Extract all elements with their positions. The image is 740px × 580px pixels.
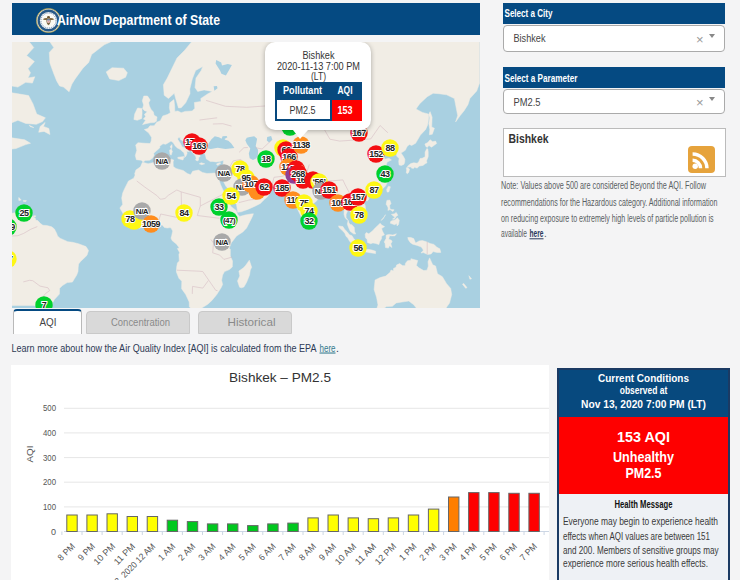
svg-text:recommendations for the Hazard: recommendations for the Hazardous catego… xyxy=(501,197,718,208)
svg-text:300: 300 xyxy=(43,453,56,463)
svg-text:AQI: AQI xyxy=(25,446,35,463)
svg-text:152: 152 xyxy=(369,149,383,159)
svg-text:100: 100 xyxy=(43,502,56,512)
svg-text:8 PM: 8 PM xyxy=(56,541,77,562)
svg-text:available: available xyxy=(501,228,527,239)
svg-text:11 AM: 11 AM xyxy=(353,541,378,566)
svg-text:32: 32 xyxy=(304,216,314,226)
svg-text:1138: 1138 xyxy=(292,140,310,150)
svg-text:2 PM: 2 PM xyxy=(417,541,438,562)
svg-text:78: 78 xyxy=(354,210,364,220)
svg-text:163: 163 xyxy=(192,141,206,151)
svg-text:3 AM: 3 AM xyxy=(196,541,217,562)
svg-text:on reducing exposure to extrem: on reducing exposure to extremely high l… xyxy=(501,213,714,224)
svg-text:95: 95 xyxy=(241,173,251,183)
svg-text:Learn more about how the Air Q: Learn more about how the Air Quality Ind… xyxy=(12,342,317,354)
svg-text:0: 0 xyxy=(51,527,56,537)
svg-text:(47): (47) xyxy=(223,216,236,225)
svg-text:.: . xyxy=(544,228,547,239)
svg-text:200: 200 xyxy=(43,477,56,487)
svg-text:7: 7 xyxy=(42,300,47,308)
svg-text:1059: 1059 xyxy=(142,219,161,229)
svg-text:Bishkek – PM2.5: Bishkek – PM2.5 xyxy=(229,370,331,385)
svg-text:185: 185 xyxy=(275,183,289,193)
svg-text:56: 56 xyxy=(353,243,363,253)
svg-text:1 PM: 1 PM xyxy=(397,541,418,562)
svg-text:6 AM: 6 AM xyxy=(257,541,278,562)
svg-text:10 PM: 10 PM xyxy=(92,541,117,566)
svg-text:6 PM: 6 PM xyxy=(498,541,519,562)
svg-text:7 PM: 7 PM xyxy=(518,541,539,562)
svg-text:25: 25 xyxy=(19,208,29,218)
svg-text:151: 151 xyxy=(322,185,336,195)
svg-text:18: 18 xyxy=(261,154,271,164)
svg-text:10 AM: 10 AM xyxy=(333,541,358,566)
svg-text:400: 400 xyxy=(43,428,56,438)
svg-text:1 AM: 1 AM xyxy=(156,541,177,562)
svg-text:87: 87 xyxy=(369,185,379,195)
svg-text:N/A: N/A xyxy=(136,207,149,216)
svg-text:here: here xyxy=(530,228,544,239)
svg-text:78: 78 xyxy=(125,214,135,224)
svg-text:4 PM: 4 PM xyxy=(458,541,479,562)
svg-text:N/A: N/A xyxy=(216,238,229,247)
svg-text:N/A: N/A xyxy=(156,157,169,166)
svg-text:5 PM: 5 PM xyxy=(478,541,499,562)
svg-text:33: 33 xyxy=(214,202,224,212)
svg-text:157: 157 xyxy=(351,192,365,202)
svg-text:84: 84 xyxy=(179,208,189,218)
svg-text:here: here xyxy=(320,342,336,354)
svg-text:88: 88 xyxy=(385,143,395,153)
svg-text:5 AM: 5 AM xyxy=(237,541,258,562)
svg-text:268: 268 xyxy=(291,169,305,179)
svg-text:.: . xyxy=(336,342,339,354)
svg-text:N/A: N/A xyxy=(218,169,231,178)
svg-text:500: 500 xyxy=(43,403,56,413)
svg-text:2 AM: 2 AM xyxy=(176,541,197,562)
svg-text:3 PM: 3 PM xyxy=(437,541,458,562)
svg-text:8 AM: 8 AM xyxy=(297,541,318,562)
svg-text:4 AM: 4 AM xyxy=(216,541,237,562)
svg-text:62: 62 xyxy=(259,182,269,192)
svg-text:7 AM: 7 AM xyxy=(277,541,298,562)
svg-text:Note: Values above 500 are con: Note: Values above 500 are considered Be… xyxy=(501,180,707,191)
svg-text:12 PM: 12 PM xyxy=(373,541,398,566)
svg-text:43: 43 xyxy=(380,169,390,179)
svg-text:54: 54 xyxy=(226,191,236,201)
svg-text:149: 149 xyxy=(12,222,15,232)
